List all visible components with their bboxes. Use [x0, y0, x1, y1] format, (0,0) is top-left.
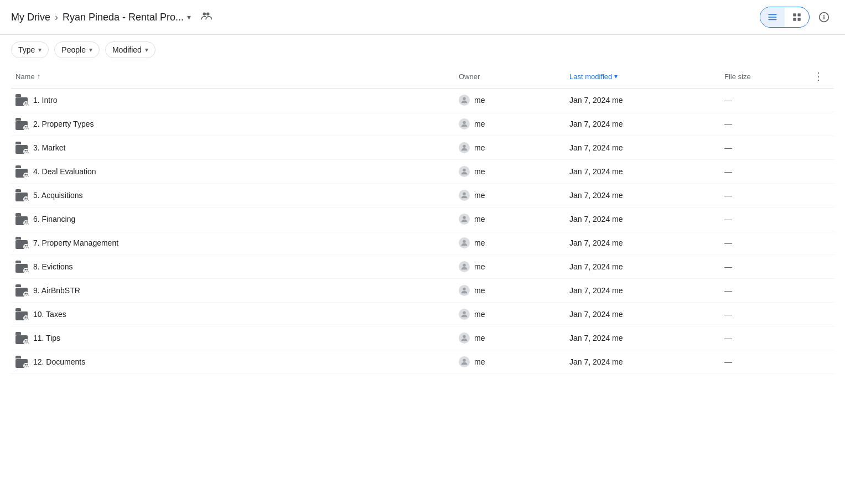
svg-point-35: [27, 293, 28, 294]
more-options-column-header: ⋮: [807, 70, 830, 82]
modified-filter-label: Modified: [112, 45, 142, 54]
cell-owner: me: [459, 309, 569, 320]
table-header: Name ↑ Owner Last modified ▾ File size ⋮: [11, 65, 834, 89]
table-row[interactable]: 6. Financing me Jan 7, 2024 me — ⋮: [11, 207, 834, 231]
folder-icon: [15, 94, 28, 106]
cell-file-size: —: [724, 334, 807, 342]
list-view-button[interactable]: [760, 7, 785, 27]
svg-point-27: [463, 216, 465, 219]
grid-view-button[interactable]: [785, 7, 809, 27]
name-column-header[interactable]: Name ↑: [15, 72, 459, 81]
cell-file-size: —: [724, 119, 807, 128]
breadcrumb-home[interactable]: My Drive: [11, 12, 50, 23]
table-row[interactable]: 9. AirBnbSTR me Jan 7, 2024 me — ⋮: [11, 279, 834, 303]
cell-owner: me: [459, 261, 569, 272]
table-row[interactable]: 10. Taxes me Jan 7, 2024 me — ⋮: [11, 303, 834, 326]
svg-point-20: [27, 174, 28, 175]
people-filter-caret-icon: ▾: [89, 46, 92, 54]
owner-name: me: [474, 262, 485, 271]
folder-icon: [15, 332, 28, 344]
cell-last-modified: Jan 7, 2024 me: [569, 286, 724, 295]
owner-column-header: Owner: [459, 72, 569, 81]
owner-name: me: [474, 143, 485, 152]
folder-icon: [15, 165, 28, 178]
cell-owner: me: [459, 356, 569, 367]
cell-file-size: —: [724, 238, 807, 247]
table-row[interactable]: 3. Market me Jan 7, 2024 me — ⋮: [11, 136, 834, 160]
table-row[interactable]: 8. Evictions me Jan 7, 2024 me — ⋮: [11, 255, 834, 279]
svg-point-12: [463, 97, 465, 100]
table-row[interactable]: 4. Deal Evaluation me Jan 7, 2024 me — ⋮: [11, 160, 834, 184]
svg-point-22: [25, 198, 27, 199]
cell-last-modified: Jan 7, 2024 me: [569, 310, 724, 319]
folder-icon: [15, 142, 28, 154]
owner-name: me: [474, 191, 485, 200]
table-row[interactable]: 7. Property Management me Jan 7, 2024 me…: [11, 231, 834, 255]
folder-icon: [15, 189, 28, 201]
owner-avatar: [459, 95, 470, 106]
svg-rect-7: [793, 18, 796, 21]
info-button[interactable]: [814, 7, 834, 27]
owner-avatar: [459, 190, 470, 201]
svg-point-4: [769, 19, 770, 20]
owner-name: me: [474, 238, 485, 247]
svg-point-28: [25, 245, 27, 247]
cell-last-modified: Jan 7, 2024 me: [569, 119, 724, 128]
cell-name: 8. Evictions: [15, 261, 459, 273]
folder-icon: [15, 213, 28, 225]
owner-avatar: [459, 166, 470, 177]
shared-folder-icon[interactable]: [200, 10, 212, 25]
last-modified-column-header[interactable]: Last modified ▾: [569, 72, 724, 81]
file-table: Name ↑ Owner Last modified ▾ File size ⋮: [0, 65, 845, 374]
cell-last-modified: Jan 7, 2024 me: [569, 334, 724, 342]
modified-filter-chip[interactable]: Modified ▾: [105, 41, 155, 58]
cell-owner: me: [459, 332, 569, 344]
owner-avatar: [459, 142, 470, 153]
file-name: 8. Evictions: [33, 262, 73, 271]
breadcrumb-caret-icon: ▾: [187, 13, 191, 22]
name-sort-arrow-icon: ↑: [37, 72, 40, 80]
people-filter-label: People: [61, 45, 86, 54]
cell-file-size: —: [724, 310, 807, 319]
svg-rect-8: [798, 18, 801, 21]
svg-point-26: [27, 221, 28, 223]
cell-file-size: —: [724, 286, 807, 295]
type-filter-chip[interactable]: Type ▾: [11, 41, 49, 58]
svg-point-37: [25, 316, 27, 318]
file-name: 9. AirBnbSTR: [33, 286, 80, 295]
folder-icon: [15, 118, 28, 130]
table-row[interactable]: 2. Property Types me Jan 7, 2024 me — ⋮: [11, 112, 834, 136]
svg-point-19: [25, 174, 27, 175]
svg-point-25: [25, 221, 27, 223]
file-name: 12. Documents: [33, 357, 85, 366]
svg-point-36: [463, 288, 465, 290]
cell-owner: me: [459, 118, 569, 129]
file-name: 10. Taxes: [33, 310, 66, 319]
svg-point-30: [463, 240, 465, 243]
owner-name: me: [474, 96, 485, 105]
folder-icon: [15, 261, 28, 273]
breadcrumb-current-folder[interactable]: Ryan Pineda - Rental Pro... ▾: [63, 12, 191, 23]
folder-icon: [15, 284, 28, 297]
cell-name: 6. Financing: [15, 213, 459, 225]
table-body: 1. Intro me Jan 7, 2024 me — ⋮: [11, 89, 834, 374]
file-name: 1. Intro: [33, 96, 58, 105]
svg-point-42: [463, 335, 465, 338]
people-filter-chip[interactable]: People ▾: [54, 41, 100, 58]
svg-point-16: [25, 150, 27, 152]
svg-point-38: [27, 316, 28, 318]
table-row[interactable]: 1. Intro me Jan 7, 2024 me — ⋮: [11, 89, 834, 112]
table-row[interactable]: 12. Documents me Jan 7, 2024 me — ⋮: [11, 350, 834, 374]
table-row[interactable]: 11. Tips me Jan 7, 2024 me — ⋮: [11, 326, 834, 350]
file-name: 3. Market: [33, 143, 65, 152]
last-modified-sort-icon: ▾: [614, 72, 618, 80]
owner-avatar: [459, 118, 470, 129]
svg-point-3: [769, 17, 770, 18]
folder-icon: [15, 308, 28, 320]
file-name: 6. Financing: [33, 215, 75, 224]
owner-name: me: [474, 310, 485, 319]
owner-avatar: [459, 332, 470, 344]
table-row[interactable]: 5. Acquisitions me Jan 7, 2024 me — ⋮: [11, 184, 834, 207]
svg-point-18: [463, 145, 465, 148]
cell-last-modified: Jan 7, 2024 me: [569, 143, 724, 152]
